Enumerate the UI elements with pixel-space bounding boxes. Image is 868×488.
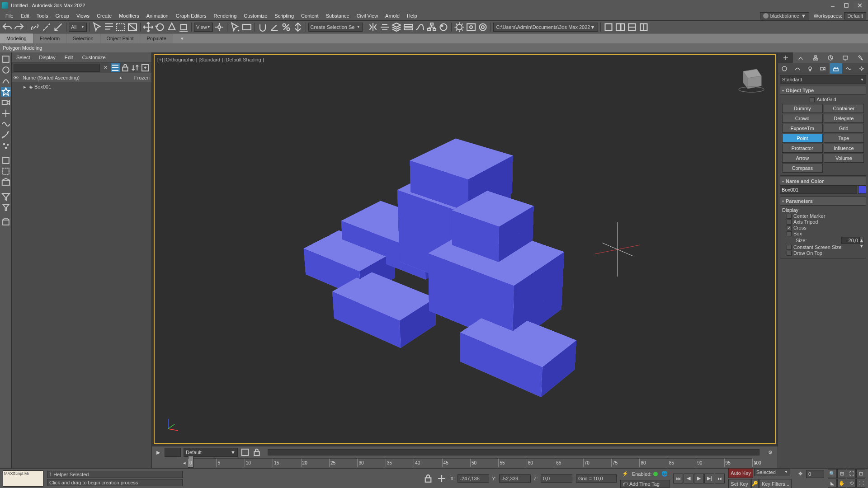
object-color-swatch[interactable] xyxy=(858,186,866,194)
unlink-button[interactable] xyxy=(41,22,52,33)
material-editor-button[interactable] xyxy=(438,22,449,33)
select-object-button[interactable] xyxy=(92,22,103,33)
scene-expand-icon[interactable] xyxy=(141,63,150,72)
tb-extra-2[interactable] xyxy=(615,22,626,33)
toggle-ribbon-button[interactable] xyxy=(403,22,414,33)
pan-button[interactable]: ✋ xyxy=(837,479,846,488)
prev-frame-button[interactable]: ◀ xyxy=(684,474,693,483)
scene-row[interactable]: ▸ ◈ Box001 xyxy=(12,82,151,91)
menu-rendering[interactable]: Rendering xyxy=(210,13,241,19)
bind-button[interactable] xyxy=(53,22,64,33)
material-preview[interactable] xyxy=(165,448,181,457)
viewcube[interactable] xyxy=(734,62,766,94)
tb-extra-4[interactable] xyxy=(638,22,649,33)
create-delegate-button[interactable]: Delegate xyxy=(824,114,864,123)
lt-bone[interactable] xyxy=(1,130,11,140)
menu-help[interactable]: Help xyxy=(403,13,421,19)
rollout-name-color[interactable]: ▾Name and Color xyxy=(780,177,866,186)
layer-explorer-button[interactable] xyxy=(391,22,402,33)
schematic-view-button[interactable] xyxy=(426,22,437,33)
key-icon[interactable]: 🔑 xyxy=(751,479,759,488)
size-spinner-value[interactable]: 20,0 xyxy=(841,237,859,244)
mirror-button[interactable] xyxy=(368,22,378,33)
lt-helpers[interactable] xyxy=(1,108,11,118)
box-checkbox[interactable] xyxy=(787,231,792,236)
ribbon-dropdown[interactable]: ▾ xyxy=(177,36,188,42)
link-button[interactable] xyxy=(29,22,40,33)
keyboard-shortcut-button[interactable] xyxy=(241,22,252,33)
create-exposetm-button[interactable]: ExposeTm xyxy=(782,124,823,133)
time-ruler[interactable]: 0510152025303540455055606570758085909510… xyxy=(188,458,752,467)
create-volume-button[interactable]: Volume xyxy=(824,154,864,163)
render-production-button[interactable] xyxy=(477,22,488,33)
lt-select-all[interactable] xyxy=(1,54,11,64)
track-config-icon[interactable]: ⚙ xyxy=(766,448,775,457)
menu-file[interactable]: File xyxy=(2,13,17,19)
sub-shapes[interactable] xyxy=(791,63,803,74)
rect-select-button[interactable] xyxy=(115,22,126,33)
menu-graph-editors[interactable]: Graph Editors xyxy=(172,13,210,19)
zoom-button[interactable]: 🔍 xyxy=(828,469,837,478)
viewport[interactable]: [+] [Orthographic ] [Standard ] [Default… xyxy=(154,54,776,444)
frozen-column-header[interactable]: Frozen xyxy=(123,75,150,80)
render-frame-button[interactable] xyxy=(466,22,476,33)
ref-coord-system[interactable]: View▼ xyxy=(194,23,213,32)
y-coord-input[interactable]: -52,339 xyxy=(499,474,531,483)
menu-tools[interactable]: Tools xyxy=(33,13,52,19)
scene-lock-icon[interactable] xyxy=(121,63,130,72)
maximize-button[interactable] xyxy=(840,1,853,9)
align-button[interactable] xyxy=(379,22,390,33)
undo-button[interactable] xyxy=(2,22,13,33)
zoom-all-button[interactable]: ⊞ xyxy=(837,469,846,478)
menu-civil-view[interactable]: Civil View xyxy=(353,13,382,19)
autogrid-checkbox[interactable] xyxy=(810,97,815,102)
isolate-toggle-icon[interactable] xyxy=(241,448,250,457)
selection-lock-icon[interactable] xyxy=(423,474,433,483)
select-manipulate-button[interactable] xyxy=(230,22,241,33)
lt-geometry[interactable] xyxy=(1,65,11,75)
play-button[interactable]: ▶ xyxy=(694,474,704,483)
minimize-button[interactable] xyxy=(826,1,839,9)
placement-button[interactable] xyxy=(178,22,189,33)
menu-animation[interactable]: Animation xyxy=(143,13,172,19)
script-enable-icon[interactable]: ⚡ xyxy=(620,469,630,479)
create-protractor-button[interactable]: Protractor xyxy=(782,144,823,153)
lock-toggle-icon[interactable] xyxy=(252,448,261,457)
menu-create[interactable]: Create xyxy=(93,13,115,19)
create-crowd-button[interactable]: Crowd xyxy=(782,114,823,123)
scene-clear-icon[interactable]: ✕ xyxy=(101,63,110,72)
create-grid-button[interactable]: Grid xyxy=(824,124,864,133)
viewport-label[interactable]: [+] [Orthographic ] [Standard ] [Default… xyxy=(157,57,264,62)
user-account[interactable]: blackbalance ▼ xyxy=(760,12,809,19)
ribbon-tab-populate[interactable]: Populate xyxy=(140,33,173,43)
create-compass-button[interactable]: Compass xyxy=(782,164,823,173)
create-influence-button[interactable]: Influence xyxy=(824,144,864,153)
zoom-extents-button[interactable]: ⛶ xyxy=(847,469,856,478)
name-column-header[interactable]: Name (Sorted Ascending) xyxy=(23,75,119,80)
maximize-viewport-button[interactable]: ⛶ xyxy=(856,479,865,488)
sub-spacewarps[interactable] xyxy=(842,63,855,74)
create-tab[interactable] xyxy=(778,52,793,63)
scene-tab-display[interactable]: Display xyxy=(35,52,60,62)
project-path[interactable]: C:\Users\Admin\Documents\3ds Max 2022▼ xyxy=(493,23,599,32)
autokey-button[interactable]: Auto Key xyxy=(728,468,753,478)
z-coord-input[interactable]: 0,0 xyxy=(541,474,572,483)
object-name-input[interactable] xyxy=(780,186,857,194)
key-mode-select[interactable]: Selected▼ xyxy=(754,468,790,476)
render-setup-button[interactable] xyxy=(454,22,465,33)
select-by-name-button[interactable] xyxy=(104,22,114,33)
ribbon-tab-modeling[interactable]: Modeling xyxy=(0,33,33,43)
ribbon-tab-selection[interactable]: Selection xyxy=(66,33,100,43)
size-spinner-buttons[interactable]: ▴▾ xyxy=(859,237,864,244)
rollout-parameters[interactable]: ▾Parameters xyxy=(780,197,866,206)
next-frame-button[interactable]: ▶| xyxy=(704,474,714,483)
menu-customize[interactable]: Customize xyxy=(240,13,271,19)
lt-shapes[interactable] xyxy=(1,76,11,86)
draw-on-top-checkbox[interactable] xyxy=(787,251,792,256)
percent-snap-button[interactable] xyxy=(281,22,292,33)
ribbon-tab-freeform[interactable]: Freeform xyxy=(33,33,67,43)
modify-tab[interactable] xyxy=(793,52,808,63)
menu-group[interactable]: Group xyxy=(52,13,73,19)
lt-lights[interactable] xyxy=(1,87,11,97)
menu-content[interactable]: Content xyxy=(297,13,322,19)
